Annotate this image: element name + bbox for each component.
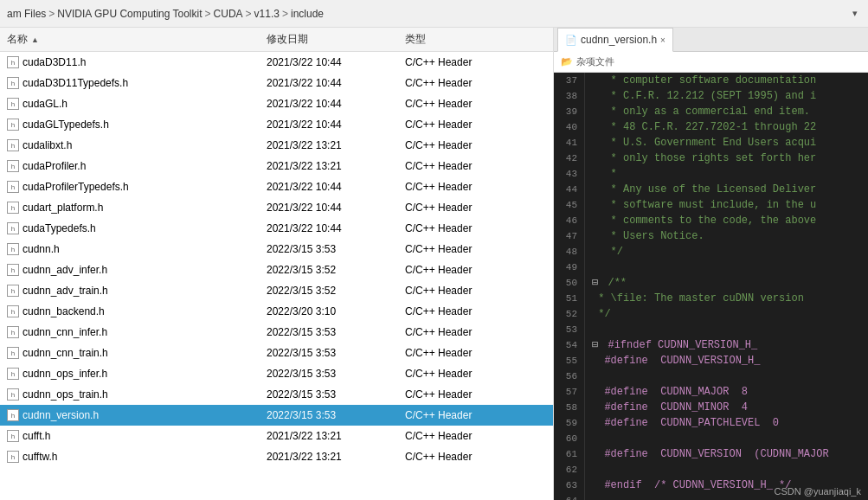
file-name-cell: hcudnn_ops_infer.h [7, 368, 267, 380]
line-number: 43 [554, 166, 585, 182]
code-line: 51 * \file: The master cuDNN version [554, 291, 868, 306]
line-number: 48 [554, 244, 585, 260]
collapse-icon[interactable]: ⊟ [592, 339, 604, 351]
file-type-cell: C/C++ Header [405, 202, 509, 214]
file-row[interactable]: hcudnn_version.h2022/3/15 3:53C/C++ Head… [0, 405, 553, 426]
code-line: 50⊟ /** [554, 275, 868, 291]
code-line: 59 #define CUDNN_PATCHLEVEL 0 [554, 415, 868, 431]
file-icon: h [7, 77, 19, 89]
file-date-cell: 2021/3/22 10:44 [267, 202, 405, 214]
breadcrumb-version[interactable]: v11.3 [254, 8, 280, 20]
line-content: * only those rights set forth her [592, 151, 816, 166]
breadcrumb-sep4: > [282, 8, 288, 20]
breadcrumb-sep2: > [205, 8, 211, 20]
code-line: 56 [554, 369, 868, 384]
collapse-icon[interactable]: ⊟ [592, 277, 604, 289]
line-content: * [592, 166, 617, 182]
file-type-cell: C/C++ Header [405, 77, 509, 89]
line-number: 56 [554, 369, 585, 384]
line-number: 62 [554, 462, 585, 478]
file-name-text: cudnn.h [23, 243, 60, 255]
breadcrumb-dropdown-button[interactable]: ▾ [849, 6, 861, 21]
file-row[interactable]: hcudaD3D11Typedefs.h2021/3/22 10:44C/C++… [0, 73, 553, 93]
line-number: 46 [554, 213, 585, 228]
file-date-cell: 2022/3/15 3:52 [267, 264, 405, 276]
file-row[interactable]: hcudaProfilerTypedefs.h2021/3/22 10:44C/… [0, 176, 553, 197]
file-name-cell: hcufft.h [7, 430, 267, 442]
file-list: hcudaD3D11.h2021/3/22 10:44C/C++ Headerh… [0, 52, 553, 500]
file-row[interactable]: hcudnn_adv_infer.h2022/3/15 3:52C/C++ He… [0, 260, 553, 280]
line-content: * U.S. Government End Users acqui [592, 135, 816, 151]
file-date-cell: 2021/3/22 10:44 [267, 119, 405, 131]
file-name-text: cudnn_version.h [23, 409, 99, 421]
file-row[interactable]: hcudalibxt.h2021/3/22 13:21C/C++ Header [0, 135, 553, 156]
file-row[interactable]: hcufftw.h2021/3/22 13:21C/C++ Header [0, 446, 553, 467]
file-name-text: cudnn_ops_infer.h [23, 368, 107, 380]
file-name-text: cudaProfiler.h [23, 160, 86, 172]
file-name-text: cudalibxt.h [23, 139, 72, 151]
tab-cudnn-version[interactable]: 📄 cudnn_version.h × [557, 28, 673, 52]
line-content: #define CUDNN_MAJOR 8 [592, 384, 748, 400]
folder-name: 杂项文件 [576, 55, 614, 68]
file-date-cell: 2021/3/22 13:21 [267, 430, 405, 442]
file-icon: h [7, 388, 19, 401]
file-name-cell: hcudaD3D11Typedefs.h [7, 77, 267, 89]
file-row[interactable]: hcudnn_cnn_train.h2022/3/15 3:53C/C++ He… [0, 343, 553, 363]
line-number: 54 [554, 337, 585, 353]
file-type-cell: C/C++ Header [405, 305, 509, 317]
file-row[interactable]: hcudnn_ops_train.h2022/3/15 3:53C/C++ He… [0, 384, 553, 405]
code-line: 39 * only as a commercial end item. [554, 104, 868, 119]
line-number: 55 [554, 353, 585, 369]
tab-bar: 📄 cudnn_version.h × [554, 28, 868, 52]
file-date-cell: 2022/3/15 3:53 [267, 347, 405, 359]
file-row[interactable]: hcufft.h2021/3/22 13:21C/C++ Header [0, 426, 553, 446]
breadcrumb-start: am Files [7, 8, 46, 20]
breadcrumb-include[interactable]: include [291, 8, 324, 20]
file-row[interactable]: hcudnn_ops_infer.h2022/3/15 3:53C/C++ He… [0, 363, 553, 384]
header-date[interactable]: 修改日期 [267, 32, 405, 47]
file-row[interactable]: hcudaGLTypedefs.h2021/3/22 10:44C/C++ He… [0, 114, 553, 135]
line-number: 45 [554, 197, 585, 213]
file-icon: h [7, 409, 19, 421]
file-name-text: cudaD3D11.h [23, 56, 86, 68]
file-row[interactable]: hcudaProfiler.h2021/3/22 13:21C/C++ Head… [0, 156, 553, 176]
line-number: 58 [554, 400, 585, 415]
tab-close-icon[interactable]: × [660, 35, 665, 45]
file-icon: h [7, 56, 19, 68]
file-name-text: cudaD3D11Typedefs.h [23, 77, 128, 89]
code-area[interactable]: 37 * computer software documentation38 *… [554, 73, 868, 500]
file-header: 名称 ▲ 修改日期 类型 [0, 28, 553, 52]
header-name-label: 名称 [7, 32, 28, 47]
file-row[interactable]: hcudnn_cnn_infer.h2022/3/15 3:53C/C++ He… [0, 322, 553, 343]
file-icon: h [7, 222, 19, 234]
file-icon: h [7, 202, 19, 214]
file-row[interactable]: hcudnn.h2022/3/15 3:53C/C++ Header [0, 239, 553, 260]
breadcrumb-sep1: > [48, 8, 55, 20]
file-type-cell: C/C++ Header [405, 160, 509, 172]
file-icon: h [7, 119, 19, 131]
file-icon: h [7, 451, 19, 463]
line-content: * only as a commercial end item. [592, 104, 810, 119]
file-name-cell: hcudaProfiler.h [7, 160, 267, 172]
file-name-cell: hcudnn_version.h [7, 409, 267, 421]
line-number: 44 [554, 182, 585, 197]
file-type-cell: C/C++ Header [405, 139, 509, 151]
file-row[interactable]: hcudaTypedefs.h2021/3/22 10:44C/C++ Head… [0, 218, 553, 239]
file-row[interactable]: hcudnn_adv_train.h2022/3/15 3:52C/C++ He… [0, 280, 553, 301]
file-row[interactable]: hcudaGL.h2021/3/22 10:44C/C++ Header [0, 93, 553, 114]
file-row[interactable]: hcudart_platform.h2021/3/22 10:44C/C++ H… [0, 197, 553, 218]
breadcrumb-nvidia[interactable]: NVIDIA GPU Computing Toolkit [57, 8, 202, 20]
header-type[interactable]: 类型 [405, 32, 509, 47]
line-number: 63 [554, 478, 585, 493]
file-icon: h [7, 160, 19, 172]
file-row[interactable]: hcudaD3D11.h2021/3/22 10:44C/C++ Header [0, 52, 553, 73]
file-row[interactable]: hcudnn_backend.h2022/3/20 3:10C/C++ Head… [0, 301, 553, 322]
file-panel: 名称 ▲ 修改日期 类型 hcudaD3D11.h2021/3/22 10:44… [0, 28, 554, 500]
file-date-cell: 2022/3/20 3:10 [267, 305, 405, 317]
file-name-text: cudnn_adv_infer.h [23, 264, 107, 276]
header-name[interactable]: 名称 ▲ [7, 32, 267, 47]
file-type-cell: C/C++ Header [405, 368, 509, 380]
main-area: 名称 ▲ 修改日期 类型 hcudaD3D11.h2021/3/22 10:44… [0, 28, 868, 500]
breadcrumb-cuda[interactable]: CUDA [214, 8, 243, 20]
breadcrumb-sep3: > [246, 8, 252, 20]
